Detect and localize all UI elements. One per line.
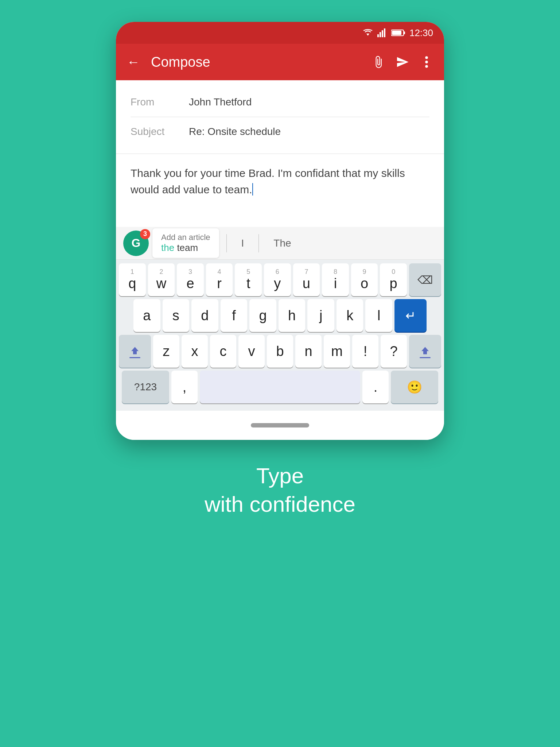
word-suggestion-2[interactable]: The	[266, 237, 298, 249]
subject-value: Re: Onsite schedule	[189, 126, 281, 138]
word-suggestion-1[interactable]: I	[234, 237, 252, 249]
key-k[interactable]: k	[337, 299, 363, 332]
key-question[interactable]: ?	[381, 335, 407, 368]
bottom-key-row: ?123 , . 🙂	[119, 371, 441, 403]
shift-left-icon	[129, 345, 140, 356]
svg-rect-4	[384, 28, 385, 37]
key-l[interactable]: l	[365, 299, 392, 332]
key-a[interactable]: a	[133, 299, 160, 332]
grammarly-badge: 3	[140, 229, 150, 239]
key-r[interactable]: 4 r	[206, 263, 233, 296]
key-o[interactable]: 9 o	[351, 263, 378, 296]
key-m[interactable]: m	[324, 335, 350, 368]
comma-key-label: ,	[183, 379, 187, 395]
key-b[interactable]: b	[267, 335, 293, 368]
emoji-key[interactable]: 🙂	[391, 371, 438, 403]
svg-marker-0	[366, 34, 369, 36]
key-e[interactable]: 3 e	[177, 263, 204, 296]
key-s[interactable]: s	[163, 299, 190, 332]
subject-label: Subject	[131, 126, 189, 138]
key-y[interactable]: 6 y	[264, 263, 291, 296]
suggestion-bar: G 3 Add an article the team I The	[116, 227, 444, 260]
attachment-icon[interactable]	[372, 55, 385, 69]
key-n[interactable]: n	[295, 335, 322, 368]
key-f[interactable]: f	[221, 299, 248, 332]
grammarly-button[interactable]: G 3	[123, 231, 149, 256]
key-j[interactable]: j	[307, 299, 334, 332]
more-icon[interactable]	[420, 55, 433, 69]
svg-rect-6	[404, 31, 405, 34]
suggestion-label: Add an article	[161, 233, 210, 242]
grammarly-g: G	[132, 236, 141, 250]
email-body-text: Thank you for your time Brad. I'm confid…	[131, 167, 405, 196]
svg-rect-1	[377, 34, 379, 37]
emoji-key-label: 🙂	[407, 380, 422, 394]
backspace-key[interactable]: ⌫	[409, 263, 441, 296]
wifi-icon	[362, 28, 374, 37]
email-form: From John Thetford Subject Re: Onsite sc…	[116, 80, 444, 154]
num-key-label: ?123	[134, 381, 157, 393]
key-c[interactable]: c	[210, 335, 236, 368]
status-bar: 12:30	[116, 22, 444, 44]
suggestion-divider-2	[258, 234, 259, 252]
text-cursor	[252, 183, 253, 196]
toolbar-title: Compose	[151, 54, 372, 70]
shift-left-key[interactable]	[119, 335, 151, 368]
key-x[interactable]: x	[182, 335, 208, 368]
period-key[interactable]: .	[362, 371, 389, 403]
key-i[interactable]: 8 i	[322, 263, 349, 296]
toolbar-actions	[372, 55, 433, 69]
back-button[interactable]: ←	[127, 54, 140, 70]
keyboard: 1 q 2 w 3 e 4 r	[116, 260, 444, 411]
signal-icon	[377, 28, 388, 37]
key-p[interactable]: 0 p	[380, 263, 407, 296]
email-body[interactable]: Thank you for your time Brad. I'm confid…	[116, 154, 444, 227]
key-v[interactable]: v	[238, 335, 265, 368]
bottom-line-1: Type	[205, 462, 355, 490]
home-bar[interactable]	[251, 423, 309, 427]
subject-row: Subject Re: Onsite schedule	[131, 117, 429, 146]
shift-right-key[interactable]	[409, 335, 441, 368]
svg-point-8	[425, 56, 428, 59]
svg-rect-2	[380, 32, 381, 37]
key-d[interactable]: d	[191, 299, 218, 332]
suggestion-divider	[226, 234, 227, 252]
status-icons	[362, 28, 406, 37]
home-bar-area	[116, 411, 444, 440]
suggestion-rest: team	[174, 242, 198, 253]
keyboard-area: G 3 Add an article the team I The	[116, 227, 444, 411]
suggestion-value: the team	[161, 242, 210, 253]
key-u[interactable]: 7 u	[293, 263, 320, 296]
svg-rect-3	[382, 30, 383, 37]
key-q[interactable]: 1 q	[119, 263, 146, 296]
toolbar: ← Compose	[116, 44, 444, 80]
num-key[interactable]: ?123	[122, 371, 169, 403]
bottom-text: Type with confidence	[205, 462, 355, 519]
key-row-2: a s d f g h j k l ↵	[119, 299, 441, 332]
enter-key[interactable]: ↵	[394, 299, 427, 332]
key-g[interactable]: g	[249, 299, 276, 332]
from-label: From	[131, 96, 189, 108]
key-exclaim[interactable]: !	[352, 335, 378, 368]
period-key-label: .	[374, 379, 378, 395]
svg-point-9	[425, 61, 428, 63]
shift-right-icon	[420, 345, 431, 356]
key-z[interactable]: z	[153, 335, 179, 368]
svg-rect-7	[392, 31, 401, 35]
battery-icon	[391, 29, 406, 36]
from-row: From John Thetford	[131, 88, 429, 117]
key-h[interactable]: h	[279, 299, 306, 332]
key-row-3: z x c v b n m ! ?	[119, 335, 441, 368]
suggestion-highlight: the	[161, 242, 174, 253]
status-time: 12:30	[409, 27, 433, 39]
key-t[interactable]: 5 t	[235, 263, 262, 296]
send-icon[interactable]	[396, 55, 409, 69]
svg-point-10	[425, 65, 428, 68]
from-value: John Thetford	[189, 96, 252, 108]
article-suggestion[interactable]: Add an article the team	[152, 228, 219, 258]
space-key[interactable]	[200, 371, 360, 403]
comma-key[interactable]: ,	[171, 371, 198, 403]
bottom-line-2: with confidence	[205, 490, 355, 519]
key-w[interactable]: 2 w	[148, 263, 175, 296]
key-row-1: 1 q 2 w 3 e 4 r	[119, 263, 441, 296]
